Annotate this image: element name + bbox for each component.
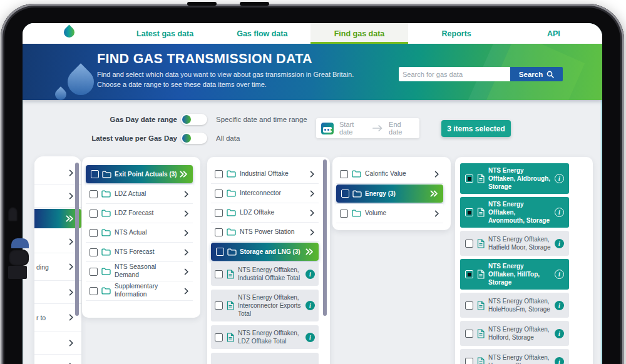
tab-find-gas-data[interactable]: Find gas data [310, 23, 408, 44]
latest-value-toggle[interactable] [181, 133, 207, 144]
info-icon[interactable]: i [305, 270, 315, 279]
tree-item-folder[interactable]: LDZ Actual [86, 185, 193, 204]
checkbox[interactable] [90, 268, 98, 276]
tab-gas-flow-data[interactable]: Gas flow data [213, 23, 310, 44]
scrollbar-thumb[interactable] [323, 159, 327, 316]
info-icon[interactable]: i [305, 301, 315, 310]
checkbox[interactable] [465, 174, 473, 183]
tree-item-folder[interactable]: NTS Forecast [86, 243, 193, 262]
checkbox[interactable] [215, 270, 223, 278]
date-range-picker[interactable]: Start date End date [316, 118, 419, 138]
tree-item-folder[interactable]: Calorific Value [336, 164, 443, 184]
tree-item-partial[interactable] [34, 161, 81, 185]
chevron-double-right-icon [180, 171, 188, 178]
tree-item-partial[interactable] [34, 185, 81, 208]
tree-item-folder[interactable]: Supplementary Information [86, 281, 193, 301]
tree-item-leaf-selected[interactable]: NTS Energy Offtaken, Avonmouth, Storagei [460, 197, 569, 228]
tree-item-partial[interactable] [34, 355, 81, 364]
search-input[interactable] [399, 67, 510, 81]
info-icon[interactable]: i [555, 239, 564, 248]
info-icon[interactable]: i [305, 333, 315, 342]
chevron-right-icon [434, 210, 439, 217]
checkbox[interactable] [90, 229, 98, 237]
tree-item-folder[interactable]: LDZ Offtake [211, 203, 319, 223]
checkbox[interactable] [341, 190, 349, 198]
tree-item-leaf[interactable]: NTS Energy Offtaken, Hatfield Moor, Stor… [460, 231, 569, 256]
items-selected-button[interactable]: 3 items selected [441, 120, 511, 137]
tree-item-leaf-selected[interactable]: NTS Energy Offtaken, HillTop, Storagei [460, 259, 569, 290]
tree-item-partial[interactable] [34, 230, 81, 253]
folder-icon [227, 209, 236, 216]
search-button[interactable]: Search [510, 67, 563, 81]
tree-item-partial[interactable] [34, 331, 81, 355]
checkbox[interactable] [465, 330, 473, 338]
toggle-knob [182, 134, 191, 143]
info-icon[interactable]: i [555, 329, 564, 338]
checkbox[interactable] [90, 210, 98, 218]
tree-item-leaf[interactable]: NTS Energy Offtaken, Hornsea, Storagei [460, 349, 569, 364]
checkbox[interactable] [215, 170, 223, 178]
tree-item-partial[interactable]: ding [34, 253, 81, 281]
data-column-level-3: Industrial OfftakeInterconnectorLDZ Offt… [207, 157, 330, 364]
tree-item-folder[interactable]: NTS Actual [86, 223, 193, 243]
checkbox[interactable] [215, 333, 223, 341]
tree-item-folder-selected[interactable]: Storage and LNG (3) [211, 243, 319, 261]
tree-item-partial[interactable]: r to [34, 304, 81, 331]
checkbox[interactable] [91, 170, 99, 178]
tree-item-leaf-partial[interactable] [211, 353, 319, 364]
tree-item-label: NTS Energy Offtaken, HoleHousFm, Storage [488, 297, 551, 313]
tree-item-folder[interactable]: NTS Power Station [211, 223, 319, 242]
scrollbar-thumb[interactable] [75, 163, 79, 316]
toggle-left-label: Latest value per Gas Day [60, 134, 177, 142]
checkbox[interactable] [465, 301, 473, 310]
checkbox[interactable] [90, 248, 98, 256]
info-icon[interactable]: i [555, 301, 564, 310]
info-icon[interactable]: i [555, 357, 564, 364]
checkbox[interactable] [465, 208, 473, 216]
tab-api[interactable]: API [505, 23, 602, 44]
tree-item-label: Supplementary Information [115, 283, 180, 299]
tab-reports[interactable]: Reports [408, 23, 505, 44]
checkbox[interactable] [465, 358, 473, 364]
tree-item-folder[interactable]: Interconnector [211, 184, 319, 203]
checkbox[interactable] [90, 287, 98, 295]
checkbox[interactable] [465, 240, 473, 248]
tree-item-folder-selected[interactable]: Energy (3) [336, 185, 443, 203]
toggle-knob [182, 115, 191, 124]
tree-item-partial[interactable] [34, 281, 81, 304]
tree-item-folder[interactable]: Volume [336, 204, 443, 223]
tree-item-leaf[interactable]: NTS Energy Offtaken, Industrial Offtake … [211, 262, 319, 286]
tree-item-folder[interactable]: LDZ Forecast [86, 204, 193, 223]
tree-item-label: r to [36, 314, 46, 321]
checkbox[interactable] [216, 248, 224, 256]
info-icon[interactable]: i [555, 174, 564, 183]
folder-icon [352, 210, 361, 217]
tree-item-partial-selected[interactable] [34, 209, 81, 228]
tree-item-leaf[interactable]: NTS Energy Offtaken, LDZ Offtake Totali [211, 325, 319, 349]
chevron-right-icon [69, 193, 74, 200]
folder-icon [101, 190, 111, 198]
checkbox[interactable] [90, 190, 98, 198]
checkbox[interactable] [465, 270, 473, 278]
tree-item-leaf[interactable]: NTS Energy Offtaken, HoleHousFm, Storage… [460, 293, 569, 318]
checkbox[interactable] [215, 228, 223, 236]
end-date-field[interactable]: End date [389, 121, 414, 136]
tree-item-label: NTS Power Station [240, 228, 306, 236]
info-icon[interactable]: i [555, 270, 564, 279]
tab-latest-gas-data[interactable]: Latest gas data [116, 23, 213, 44]
tree-item-folder-selected[interactable]: Exit Point Actuals (3) [86, 165, 193, 183]
info-icon[interactable]: i [555, 208, 564, 217]
tree-item-leaf[interactable]: NTS Energy Offtaken, Holford, Storagei [460, 321, 569, 346]
chevron-double-right-icon [66, 215, 74, 222]
checkbox[interactable] [340, 170, 348, 178]
checkbox[interactable] [215, 209, 223, 217]
checkbox[interactable] [340, 210, 348, 218]
checkbox[interactable] [215, 190, 223, 198]
tree-item-leaf[interactable]: NTS Energy Offtaken, Interconnector Expo… [211, 290, 319, 321]
tree-item-leaf-selected[interactable]: NTS Energy Offtaken, Aldbrough, Storagei [460, 163, 569, 194]
date-range-toggle[interactable] [181, 114, 207, 125]
start-date-field[interactable]: Start date [339, 121, 367, 136]
tree-item-folder[interactable]: Industrial Offtake [211, 164, 319, 184]
tree-item-folder[interactable]: NTS Seasonal Demand [86, 262, 193, 281]
checkbox[interactable] [215, 301, 223, 310]
